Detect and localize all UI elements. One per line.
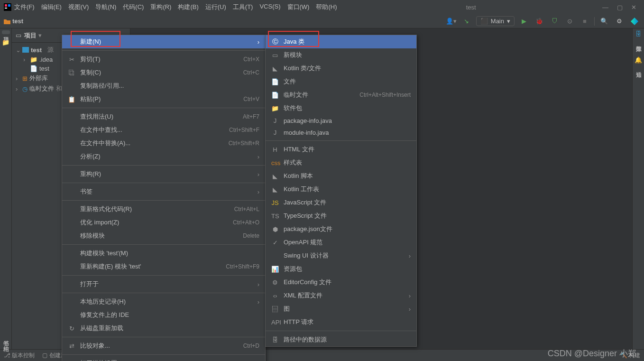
new-java-class[interactable]: ⒸJava 类	[266, 35, 416, 48]
new-module[interactable]: ▭新模块	[266, 48, 416, 62]
menu-tools[interactable]: 工具(T)	[230, 1, 256, 13]
module-icon	[22, 47, 29, 53]
menu-run[interactable]: 运行(U)	[202, 1, 229, 13]
new-kotlin-worksheet[interactable]: ◣Kotlin 工作表	[266, 183, 416, 196]
ctx-copy-path[interactable]: 复制路径/引用...	[62, 79, 265, 93]
ctx-paste[interactable]: 📋粘贴(P)Ctrl+V	[62, 93, 265, 106]
new-kotlin-class[interactable]: ◣Kotlin 类/文件	[266, 62, 416, 75]
ctx-reformat[interactable]: 重新格式化代码(R)Ctrl+Alt+L	[62, 203, 265, 216]
status-vcs[interactable]: ⎇ 版本控制	[4, 352, 35, 360]
ctx-rebuild-module[interactable]: 重新构建(E) 模块 'test'Ctrl+Shift+F9	[62, 260, 265, 273]
ctx-delete-module[interactable]: 移除模块Delete	[62, 229, 265, 242]
new-openapi[interactable]: ✓OpenAPI 规范	[266, 236, 416, 249]
ctx-refactor[interactable]: 重构(R)›	[62, 167, 265, 181]
new-datasource[interactable]: 🗄路径中的数据源	[266, 333, 416, 346]
breadcrumb-root: test	[12, 18, 23, 25]
new-scratch[interactable]: 📄临时文件Ctrl+Alt+Shift+Insert	[266, 88, 416, 102]
toolbox-icon[interactable]	[629, 16, 640, 27]
ctx-find-in-files[interactable]: 在文件中查找...Ctrl+Shift+F	[62, 123, 265, 137]
breadcrumb[interactable]: test	[4, 18, 23, 25]
ctx-reload-disk[interactable]: ↻从磁盘重新加载	[62, 322, 265, 335]
library-icon: ⊞	[22, 75, 28, 82]
ctx-local-history[interactable]: 本地历史记录(H)›	[62, 295, 265, 308]
ctx-analyze[interactable]: 分析(Z)›	[62, 150, 265, 163]
folder-tab-icon[interactable]: 📁	[2, 39, 9, 46]
new-file[interactable]: 📄文件	[266, 75, 416, 88]
bookmarks-tab[interactable]: 书签	[2, 334, 10, 338]
ctx-copy[interactable]: ⿻复制(C)Ctrl+C	[62, 66, 265, 79]
new-kotlin-script[interactable]: ◣Kotlin 脚本	[266, 169, 416, 183]
titlebar: 文件(F) 编辑(E) 视图(V) 导航(N) 代码(C) 重构(R) 构建(B…	[0, 0, 644, 14]
menu-build[interactable]: 构建(B)	[175, 1, 201, 13]
maximize-button[interactable]: ▢	[617, 4, 623, 11]
ctx-find-usage[interactable]: 查找用法(U)Alt+F7	[62, 110, 265, 123]
structure-tab[interactable]: 结构	[2, 340, 10, 343]
ctx-new[interactable]: 新建(N)›	[62, 35, 265, 48]
project-tab[interactable]: 项目	[2, 30, 10, 34]
close-button[interactable]: ✕	[631, 4, 636, 11]
folder-icon: 📁	[30, 56, 37, 63]
new-xml-config[interactable]: ‹›XML 配置文件›	[266, 289, 416, 302]
new-javascript[interactable]: JSJavaScript 文件	[266, 196, 416, 209]
ctx-build-module[interactable]: 构建模块 'test'(M)	[62, 247, 265, 260]
new-editorconfig[interactable]: ⚙EditorConfig 文件	[266, 276, 416, 289]
menu-vcs[interactable]: VCS(S)	[257, 1, 283, 13]
ctx-optimize-imports[interactable]: 优化 import(Z)Ctrl+Alt+O	[62, 216, 265, 229]
svg-rect-4	[22, 47, 29, 53]
bell-icon[interactable]: 🔔	[635, 56, 642, 64]
stop-button-icon[interactable]: ■	[579, 16, 590, 27]
new-http-request[interactable]: APIHTTP 请求	[266, 315, 416, 329]
stop-icon: ⬛	[480, 18, 488, 25]
user-icon[interactable]: 👤▾	[446, 16, 457, 27]
context-menu-new: ⒸJava 类 ▭新模块 ◣Kotlin 类/文件 📄文件 📄临时文件Ctrl+…	[265, 35, 417, 347]
new-resource-bundle[interactable]: 📊资源包	[266, 262, 416, 276]
menu-edit[interactable]: 编辑(E)	[38, 1, 64, 13]
ctx-replace-in-files[interactable]: 在文件中替换(A)...Ctrl+Shift+R	[62, 137, 265, 150]
ctx-cut[interactable]: ✂剪切(T)Ctrl+X	[62, 53, 265, 66]
new-typescript[interactable]: TSTypeScript 文件	[266, 209, 416, 222]
run-icon[interactable]: ▶	[518, 16, 530, 27]
project-view-icon: ▭	[16, 32, 21, 39]
menubar: 文件(F) 编辑(E) 视图(V) 导航(N) 代码(C) 重构(R) 构建(B…	[11, 1, 340, 13]
hammer-build-icon[interactable]: ↘	[461, 16, 472, 27]
menu-help[interactable]: 帮助(H)	[313, 1, 340, 13]
database-icon[interactable]: 🗄	[635, 30, 642, 37]
chevron-down-icon[interactable]: ▾	[38, 32, 42, 39]
new-module-info[interactable]: Jmodule-info.java	[266, 127, 416, 139]
notifications-tab[interactable]: 通知	[635, 65, 643, 69]
settings-gear-icon[interactable]: ⚙	[614, 16, 625, 27]
new-stylesheet[interactable]: css样式表	[266, 156, 416, 169]
run-config-label: Main	[491, 18, 504, 25]
new-package[interactable]: 📁软件包	[266, 102, 416, 115]
new-swing[interactable]: Swing UI 设计器›	[266, 249, 416, 262]
menu-view[interactable]: 视图(V)	[65, 1, 92, 13]
menu-code[interactable]: 代码(C)	[120, 1, 147, 13]
ctx-compare[interactable]: ⇄比较对象...Ctrl+D	[62, 339, 265, 352]
file-icon: 📄	[30, 65, 37, 72]
watermark: CSDN @Designer 小郑	[548, 348, 636, 359]
new-package-json[interactable]: ⬢package.json文件	[266, 222, 416, 236]
search-icon[interactable]: 🔍	[598, 16, 610, 27]
left-tool-strip: 项目 📁 书签 结构	[0, 28, 12, 349]
menu-file[interactable]: 文件(F)	[11, 1, 37, 13]
profiler-icon[interactable]: ⊙	[564, 16, 575, 27]
database-tab[interactable]: 数据库	[635, 39, 643, 43]
coverage-icon[interactable]: ⛉	[549, 16, 560, 27]
ctx-open-in[interactable]: 打开于›	[62, 278, 265, 291]
menu-refactor[interactable]: 重构(R)	[147, 1, 174, 13]
svg-rect-2	[8, 4, 10, 7]
main-toolbar: test 👤▾ ↘ ⬛ Main ▾ ▶ 🐞 ⛉ ⊙ ■ 🔍 ⚙	[0, 14, 644, 28]
menu-navigate[interactable]: 导航(N)	[92, 1, 119, 13]
ctx-module-settings[interactable]: 打开模块设置F4	[62, 357, 265, 361]
ctx-bookmark[interactable]: 书签›	[62, 185, 265, 198]
new-image[interactable]: ⿳图›	[266, 302, 416, 315]
debug-icon[interactable]: 🐞	[534, 16, 545, 27]
run-config-selector[interactable]: ⬛ Main ▾	[476, 16, 515, 26]
minimize-button[interactable]: —	[602, 4, 608, 11]
new-html[interactable]: HHTML 文件	[266, 143, 416, 156]
menu-window[interactable]: 窗口(W)	[285, 1, 313, 13]
ctx-repair-ide[interactable]: 修复文件上的 IDE	[62, 308, 265, 322]
svg-rect-1	[5, 4, 7, 7]
scratch-icon: ◷	[22, 85, 28, 93]
new-package-info[interactable]: Jpackage-info.java	[266, 115, 416, 127]
